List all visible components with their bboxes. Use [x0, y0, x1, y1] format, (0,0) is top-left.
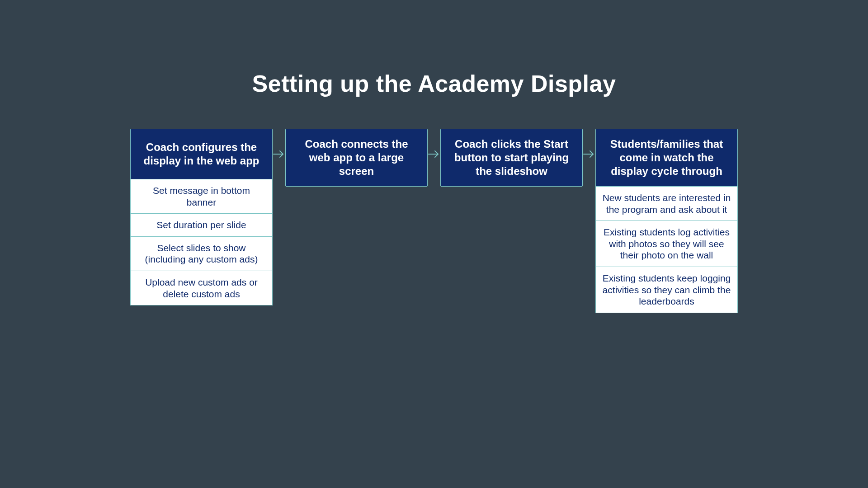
step-3: Coach clicks the Start button to start p…: [440, 129, 583, 187]
step-1-header: Coach configures the display in the web …: [130, 129, 273, 179]
flow-diagram: Coach configures the display in the web …: [25, 129, 843, 313]
step-4-detail-2: Existing students log activities with ph…: [595, 221, 738, 267]
step-3-header: Coach clicks the Start button to start p…: [440, 129, 583, 187]
step-4-detail-3: Existing students keep logging activitie…: [595, 267, 738, 313]
arrow-icon: [273, 129, 285, 179]
step-1-detail-1: Set message in bottom banner: [130, 179, 273, 214]
step-1: Coach configures the display in the web …: [130, 129, 273, 305]
step-2: Coach connects the web app to a large sc…: [285, 129, 428, 187]
step-2-header: Coach connects the web app to a large sc…: [285, 129, 428, 187]
step-4: Students/families that come in watch the…: [595, 129, 738, 313]
step-4-detail-1: New students are interested in the progr…: [595, 186, 738, 221]
step-1-detail-3: Select slides to show (including any cus…: [130, 236, 273, 271]
step-4-header: Students/families that come in watch the…: [595, 129, 738, 187]
arrow-icon: [428, 129, 440, 179]
step-1-detail-2: Set duration per slide: [130, 213, 273, 237]
arrow-icon: [583, 129, 595, 179]
step-1-detail-4: Upload new custom ads or delete custom a…: [130, 271, 273, 305]
page-title: Setting up the Academy Display: [252, 70, 616, 97]
